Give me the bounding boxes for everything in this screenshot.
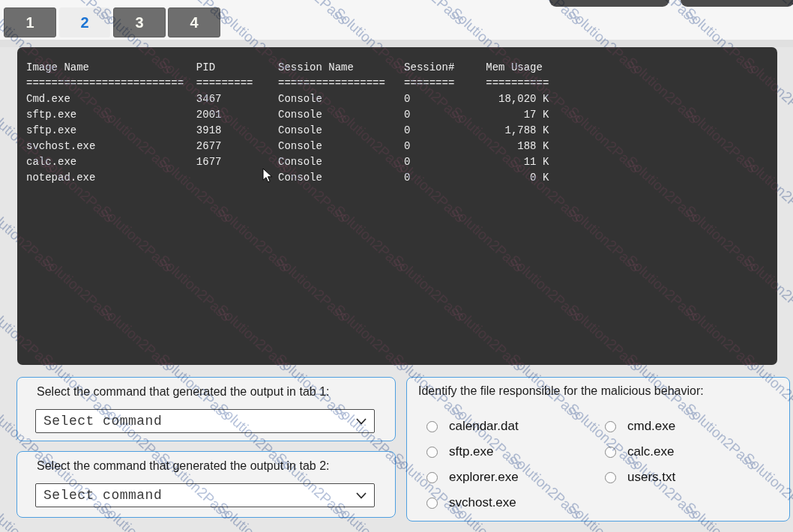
cutoff-button-2[interactable] [681,0,793,7]
watermark-text: Solution2Pass [17,301,58,365]
watermark-text: Solution2Pass [681,202,760,276]
watermark-text: Solution2Pass [97,301,175,365]
tab-2-label: 2 [80,14,88,31]
command-select-1[interactable]: Select command [35,409,375,433]
watermark-text: Solution2Pass [623,351,702,365]
watermark-text: Solution2Pass [214,202,292,276]
radio-option[interactable]: cmd.exe [605,419,675,434]
radio-option-label: explorer.exe [449,470,519,485]
radio-option[interactable]: sftp.exe [426,444,494,459]
exam-question-screen: 1 2 3 4 Solution2PassSolution2PassSoluti… [0,0,793,532]
command-select-2[interactable]: Select command [35,483,375,507]
radio-option-label: users.txt [627,470,675,485]
tab-1[interactable]: 1 [4,7,56,37]
radio-button-icon[interactable] [605,421,616,432]
watermark-text: Solution2Pass [740,252,777,325]
radio-button-icon[interactable] [605,447,616,458]
radio-button-icon[interactable] [426,472,438,483]
tab-4-label: 4 [190,14,198,31]
radio-option[interactable]: calendar.dat [426,419,519,434]
watermark-text: Solution2Pass [506,351,585,365]
command-select-2-value: Select command [43,488,356,503]
watermark-text: Solution2Pass [447,301,526,365]
watermark-text: Solution2Pass [389,252,468,325]
question-1-panel: Select the command that generated the ou… [16,377,396,441]
radio-options: calendar.datsftp.exeexplorer.exesvchost.… [407,378,789,521]
tab-3[interactable]: 3 [113,7,166,37]
watermark-text: Solution2Pass [214,301,292,365]
question-1-label: Select the command that generated the ou… [37,385,329,399]
radio-option-label: calc.exe [627,444,674,459]
watermark-text: Solution2Pass [331,301,409,365]
question-3-panel: Identify the file responsible for the ma… [406,377,790,522]
cutoff-button-1[interactable] [549,0,669,7]
watermark-text: Solution2Pass [272,351,351,365]
radio-option[interactable]: explorer.exe [426,470,519,485]
radio-option-label: cmd.exe [627,419,675,434]
radio-button-icon[interactable] [426,447,438,458]
radio-button-icon[interactable] [426,421,438,432]
watermark-text: Solution2Pass [564,202,643,276]
radio-option[interactable]: calc.exe [605,444,674,459]
watermark-text: Solution2Pass [389,351,468,365]
radio-option-label: sftp.exe [449,444,494,459]
tab-2[interactable]: 2 [59,7,110,37]
watermark-text: Solution2Pass [564,301,643,365]
watermark-text: Solution2Pass [38,252,117,325]
radio-option-label: svchost.exe [449,495,516,510]
radio-option[interactable]: users.txt [605,470,675,485]
watermark-text: Solution2Pass [331,202,409,276]
chevron-down-icon [356,492,367,499]
chevron-down-icon [356,418,367,425]
watermark-text: Solution2Pass [272,252,351,325]
watermark-text: Solution2Pass [17,202,58,276]
watermark-text: Solution2Pass [97,202,175,276]
terminal-output: Image Name PID Session Name Session# Mem… [17,47,777,199]
radio-option[interactable]: svchost.exe [426,495,516,510]
command-select-1-value: Select command [43,414,356,429]
watermark-text: Solution2Pass [740,351,777,365]
watermark-text: Solution2Pass [681,301,760,365]
tab-1-label: 1 [25,14,34,31]
terminal-panel: Solution2PassSolution2PassSolution2PassS… [17,47,777,365]
radio-button-icon[interactable] [605,472,616,483]
tab-4[interactable]: 4 [168,7,220,37]
radio-button-icon[interactable] [426,498,438,509]
question-2-panel: Select the command that generated the ou… [16,451,396,518]
divider-band [0,40,793,47]
watermark-text: Solution2Pass [38,351,117,365]
watermark-text: Solution2Pass [447,202,526,276]
tab-3-label: 3 [135,14,143,31]
radio-option-label: calendar.dat [449,419,519,434]
watermark-text: Solution2Pass [623,252,702,325]
watermark-text: Solution2Pass [155,351,234,365]
watermark-text: Solution2Pass [155,252,234,325]
question-2-label: Select the command that generated the ou… [37,459,329,473]
watermark-text: Solution2Pass [506,252,585,325]
